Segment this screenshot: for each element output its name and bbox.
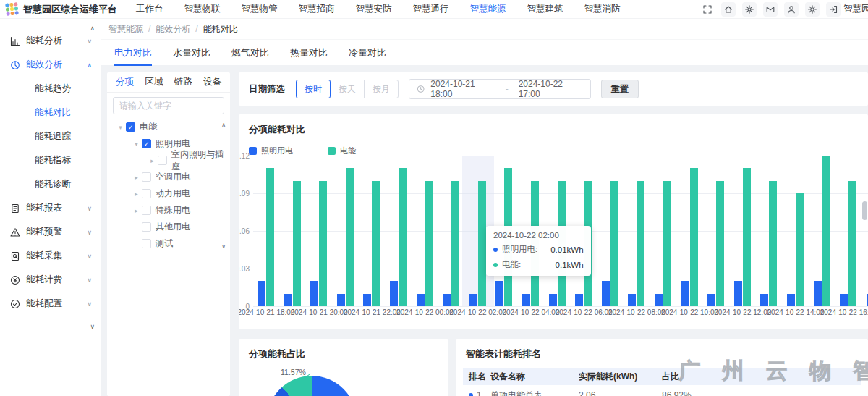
search-input[interactable]: 请输入关键字: [113, 97, 224, 114]
tree-scroll-down-icon[interactable]: ∨: [221, 243, 226, 250]
exit-icon[interactable]: [826, 2, 841, 17]
bar-energy-8[interactable]: [451, 181, 459, 306]
bar-lighting-21[interactable]: [787, 294, 795, 306]
nav-item-7[interactable]: 智慧能源: [470, 3, 506, 15]
pie-chart[interactable]: [267, 376, 357, 396]
bar-energy-19[interactable]: [743, 168, 751, 306]
bar-energy-7[interactable]: [425, 181, 433, 306]
bar-energy-15[interactable]: [637, 181, 644, 306]
tab-5[interactable]: 冷量对比: [349, 40, 386, 66]
bar-energy-3[interactable]: [319, 181, 327, 306]
bar-lighting-3[interactable]: [310, 281, 318, 306]
nav-item-6[interactable]: 智慧通行: [413, 3, 449, 15]
bar-energy-16[interactable]: [663, 181, 671, 306]
sidebar-scroll-up-icon[interactable]: ∧: [90, 25, 95, 32]
bar-lighting-4[interactable]: [337, 294, 345, 306]
checkbox[interactable]: ✓: [126, 122, 135, 132]
nav-item-2[interactable]: 智慧物联: [184, 3, 221, 15]
bar-lighting-15[interactable]: [628, 294, 636, 306]
gear-icon[interactable]: [742, 2, 757, 17]
home-icon[interactable]: [721, 2, 736, 17]
window-scrollbar-thumb[interactable]: [862, 201, 867, 220]
bar-lighting-19[interactable]: [734, 281, 742, 306]
nav-item-9[interactable]: 智慧消防: [584, 3, 621, 15]
bar-lighting-17[interactable]: [681, 281, 689, 306]
bar-lighting-2[interactable]: [284, 294, 292, 306]
bar-lighting-8[interactable]: [443, 294, 451, 306]
user-icon[interactable]: [784, 2, 799, 17]
checkbox[interactable]: ✓: [142, 139, 151, 148]
sidebar-item-7[interactable]: 能耗配置∨: [0, 292, 101, 316]
bar-lighting-5[interactable]: [363, 294, 371, 306]
caret-collapsed-icon[interactable]: ▸: [132, 190, 141, 198]
sidebar-item-6[interactable]: 能耗计费∨: [0, 268, 101, 292]
bar-lighting-9[interactable]: [469, 294, 477, 306]
bar-lighting-13[interactable]: [575, 294, 583, 306]
sidebar-item-3[interactable]: 能耗报表∨: [0, 196, 101, 220]
checkbox[interactable]: [142, 222, 151, 232]
bar-lighting-1[interactable]: [258, 281, 265, 306]
brightness-icon[interactable]: [805, 2, 820, 17]
caret-expanded-icon[interactable]: ▾: [116, 124, 125, 131]
tree-tab-2[interactable]: 区域: [145, 76, 163, 88]
bar-lighting-11[interactable]: [522, 294, 530, 306]
caret-collapsed-icon[interactable]: ▸: [148, 157, 157, 164]
reset-button[interactable]: 重置: [601, 80, 639, 98]
bar-lighting-6[interactable]: [390, 281, 398, 306]
tree-node-5[interactable]: ▸动力用电: [111, 185, 230, 202]
sidebar-item-1[interactable]: 能耗分析∨: [0, 29, 101, 53]
bar-lighting-22[interactable]: [814, 281, 822, 306]
tree-tab-3[interactable]: 链路: [174, 76, 192, 88]
fullscreen-icon[interactable]: [700, 2, 715, 17]
nav-item-5[interactable]: 智慧安防: [356, 3, 392, 15]
date-mode-1[interactable]: 按时: [296, 80, 331, 98]
bar-lighting-7[interactable]: [417, 294, 425, 306]
date-start-value[interactable]: 2024-10-21 18:00: [430, 79, 495, 99]
checkbox[interactable]: [158, 156, 167, 165]
sidebar-subitem-3[interactable]: 能耗追踪: [0, 125, 101, 148]
sidebar-scroll-down-icon[interactable]: ∨: [90, 323, 95, 330]
bar-energy-4[interactable]: [346, 168, 354, 306]
sidebar-subitem-1[interactable]: 能耗趋势: [0, 77, 101, 101]
legend-item-1[interactable]: 照明用电: [249, 146, 293, 156]
bar-energy-20[interactable]: [769, 181, 777, 306]
nav-item-8[interactable]: 智慧建筑: [527, 3, 563, 15]
caret-expanded-icon[interactable]: ▾: [132, 140, 141, 148]
tab-4[interactable]: 热量对比: [290, 40, 328, 66]
sidebar-item-5[interactable]: 能耗采集∨: [0, 244, 101, 268]
checkbox[interactable]: [142, 206, 151, 215]
tree-node-1[interactable]: ▾✓电能: [111, 119, 230, 135]
date-range-picker[interactable]: 2024-10-21 18:00 - 2024-10-22 17:00: [409, 79, 591, 99]
bar-energy-17[interactable]: [690, 168, 698, 306]
tree-scroll-up-icon[interactable]: ∧: [221, 122, 226, 128]
sidebar-subitem-4[interactable]: 能耗指标: [0, 148, 101, 172]
tree-node-6[interactable]: ▸特殊用电: [111, 202, 230, 219]
legend-item-2[interactable]: 电能: [328, 146, 356, 156]
bar-energy-2[interactable]: [293, 181, 301, 306]
breadcrumb-item-2[interactable]: 能效分析: [156, 23, 190, 35]
tree-node-3[interactable]: ▸室内照明与插座: [111, 152, 230, 169]
topbar-user-text[interactable]: 智慧园区: [843, 3, 868, 15]
nav-item-4[interactable]: 智慧招商: [299, 3, 335, 15]
bar-energy-1[interactable]: [266, 168, 274, 306]
checkbox[interactable]: [142, 239, 151, 248]
nav-item-1[interactable]: 工作台: [136, 3, 163, 15]
tree-node-8[interactable]: 测试: [111, 235, 230, 252]
date-end-value[interactable]: 2024-10-22 17:00: [519, 79, 583, 99]
date-mode-2[interactable]: 按天: [330, 80, 365, 98]
date-mode-3[interactable]: 按月: [364, 80, 399, 98]
bar-lighting-23[interactable]: [840, 294, 848, 306]
breadcrumb-item-1[interactable]: 智慧能源: [109, 23, 143, 35]
bar-energy-18[interactable]: [716, 181, 724, 306]
bar-energy-9[interactable]: [478, 181, 486, 306]
tab-3[interactable]: 燃气对比: [231, 40, 269, 66]
bar-lighting-18[interactable]: [707, 294, 715, 306]
tree-node-7[interactable]: 其他用电: [111, 219, 230, 235]
bar-energy-23[interactable]: [848, 181, 856, 306]
caret-collapsed-icon[interactable]: ▸: [132, 207, 141, 214]
tab-1[interactable]: 电力对比: [114, 40, 152, 66]
tab-2[interactable]: 水量对比: [173, 40, 210, 66]
bar-lighting-16[interactable]: [655, 294, 663, 306]
sidebar-item-2[interactable]: 能效分析∧: [0, 53, 101, 77]
sidebar-item-4[interactable]: 能耗预警∨: [0, 220, 101, 244]
